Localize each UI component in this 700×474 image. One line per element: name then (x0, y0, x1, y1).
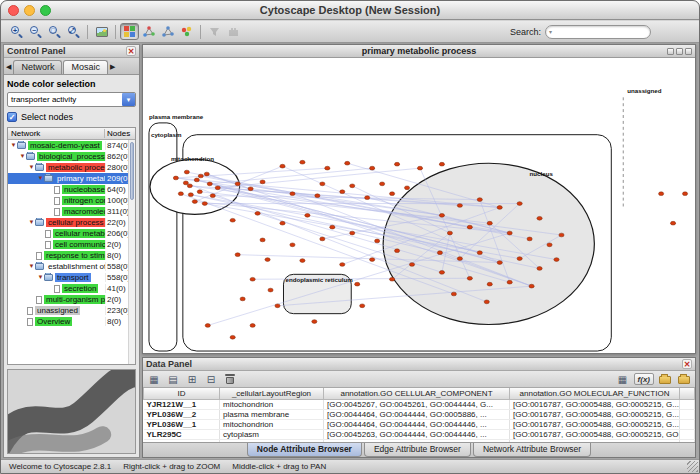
network-node[interactable] (197, 190, 202, 194)
zoom-out-icon[interactable]: − (26, 23, 45, 40)
import-attributes-icon[interactable] (657, 372, 673, 386)
expander-icon[interactable]: ▼ (28, 164, 35, 171)
network-node[interactable] (207, 182, 212, 186)
select-nodes-checkbox[interactable]: ✓ (7, 112, 17, 122)
network-node[interactable] (210, 194, 215, 198)
network-node[interactable] (477, 251, 482, 255)
network-node[interactable] (280, 221, 285, 225)
tab-node-attribute-browser[interactable]: Node Attribute Browser (247, 443, 362, 457)
column-header[interactable]: annotation.GO MOLECULAR_FUNCTION (510, 388, 680, 399)
network-node[interactable] (365, 196, 370, 200)
network-node[interactable] (451, 292, 456, 296)
tab-network-attribute-browser[interactable]: Network Attribute Browser (473, 443, 591, 457)
tab-scroll-right-icon[interactable]: ▶ (109, 63, 116, 74)
network-node[interactable] (255, 211, 260, 215)
zoom-in-icon[interactable]: + (7, 23, 26, 40)
network-node[interactable] (517, 257, 522, 261)
mosaic-icon[interactable] (120, 23, 139, 40)
color-attribute-dropdown[interactable]: transporter activity ▼ (7, 92, 136, 107)
network-node[interactable] (507, 231, 512, 235)
table-row[interactable]: YPL036W__1mitochondrion[GO:0044464, GO:0… (144, 419, 695, 429)
network-node[interactable] (248, 187, 253, 191)
network-node[interactable] (439, 162, 444, 166)
network-node[interactable] (320, 182, 325, 186)
network-node[interactable] (394, 162, 399, 166)
network-node[interactable] (467, 276, 472, 280)
network-node[interactable] (198, 174, 203, 178)
network-node[interactable] (404, 186, 409, 190)
vizmapper-icon[interactable] (177, 23, 196, 40)
tab-network[interactable]: Network (13, 60, 62, 74)
network-node[interactable] (370, 166, 375, 170)
tree-row[interactable]: ▼metabolic process280(0) (8, 162, 135, 173)
network-node[interactable] (183, 181, 188, 185)
network-node[interactable] (375, 239, 380, 243)
control-panel-close-icon[interactable]: ✕ (126, 46, 136, 56)
network-node[interactable] (527, 237, 532, 241)
tab-mosaic[interactable]: Mosaic (63, 60, 108, 74)
network-node[interactable] (659, 192, 664, 196)
network-node[interactable] (290, 192, 295, 196)
network-node[interactable] (325, 166, 330, 170)
network-node[interactable] (517, 202, 522, 206)
network-node[interactable] (330, 225, 335, 229)
network-node[interactable] (529, 284, 534, 288)
network-node[interactable] (250, 324, 255, 328)
tree-scrollbar-thumb[interactable] (130, 142, 134, 200)
network-node[interactable] (447, 231, 452, 235)
network-node[interactable] (547, 243, 552, 247)
tree-row[interactable]: ▼transport558(0) (8, 272, 135, 283)
network-node[interactable] (312, 320, 317, 324)
tree-row[interactable]: secretion41(0) (8, 283, 135, 294)
network-overview-thumbnail[interactable] (7, 369, 136, 454)
network-node[interactable] (537, 267, 542, 271)
network-node[interactable] (439, 213, 444, 217)
attribute-matrix-icon[interactable]: ▦ (615, 372, 631, 386)
network-node[interactable] (682, 192, 687, 196)
network-node[interactable] (559, 233, 564, 237)
network-node[interactable] (554, 258, 559, 262)
network-node[interactable] (265, 258, 270, 262)
column-header[interactable] (680, 388, 695, 399)
network-node[interactable] (340, 190, 345, 194)
network-node[interactable] (537, 216, 542, 220)
network-node[interactable] (360, 304, 365, 308)
network-node[interactable] (394, 249, 399, 253)
create-attribute-icon[interactable]: ⊞ (184, 372, 200, 386)
network-node[interactable] (215, 186, 220, 190)
tree-row[interactable]: cell communica...2(0) (8, 239, 135, 250)
network-node[interactable] (305, 213, 310, 217)
export-attributes-icon[interactable] (676, 372, 692, 386)
network-node[interactable] (477, 198, 482, 202)
tree-row[interactable]: ▼cellular process22(0) (8, 217, 135, 228)
tree-row[interactable]: unassigned223(0) (8, 305, 135, 316)
tree-row[interactable]: macromolecule...311(0) (8, 206, 135, 217)
tree-row[interactable]: nucleobase...64(0) (8, 184, 135, 195)
expander-icon[interactable]: ▼ (10, 142, 17, 149)
expander-icon[interactable]: ▼ (37, 175, 44, 182)
network-node[interactable] (173, 176, 178, 180)
network-node[interactable] (315, 194, 320, 198)
network-node[interactable] (409, 263, 414, 267)
tab-edge-attribute-browser[interactable]: Edge Attribute Browser (364, 443, 471, 457)
table-row[interactable]: YLR295Ccytoplasm[GO:0045263, GO:0044444,… (144, 429, 695, 439)
network-node[interactable] (300, 259, 305, 263)
tree-row[interactable]: ▼biological_process862(0) (8, 151, 135, 162)
tree-row[interactable]: response to stimul...8(0) (8, 250, 135, 261)
column-header-nodes[interactable]: Nodes (105, 129, 135, 138)
internal-close-button[interactable] (685, 48, 692, 55)
network-node[interactable] (188, 193, 193, 197)
network-node[interactable] (355, 282, 360, 286)
network-node[interactable] (268, 288, 273, 292)
expander-icon[interactable]: ▼ (28, 219, 35, 226)
tree-row[interactable]: ▼establishment of lo...558(0) (8, 261, 135, 272)
network-node[interactable] (507, 280, 512, 284)
internal-minimize-button[interactable] (667, 48, 674, 55)
tree-row[interactable]: ▼mosaic-demo-yeast874(0) (8, 140, 135, 151)
network-node[interactable] (467, 225, 472, 229)
network-node[interactable] (350, 231, 355, 235)
column-header-network[interactable]: Network (8, 129, 105, 138)
create-network-icon[interactable] (139, 23, 158, 40)
network-node[interactable] (320, 237, 325, 241)
network-node[interactable] (497, 206, 502, 210)
